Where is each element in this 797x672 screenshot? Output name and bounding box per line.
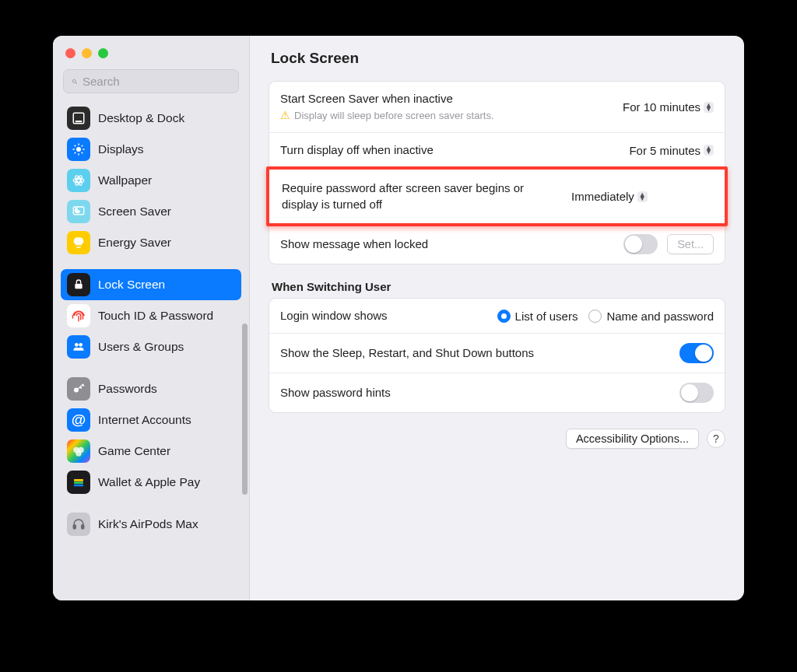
internet-accounts-icon: @	[67, 408, 90, 432]
sidebar-item-wallet-apple-pay[interactable]: Wallet & Apple Pay	[61, 467, 241, 498]
search-icon	[72, 75, 78, 88]
stepper-arrows-icon: ▲▼	[637, 191, 648, 202]
sidebar-item-label: Desktop & Dock	[98, 111, 235, 125]
wallet-icon	[67, 471, 90, 494]
login-window-radio-group: List of users Name and password	[410, 310, 714, 323]
require-password-delay-popup[interactable]: Immediately ▲▼	[571, 190, 648, 203]
lock-screen-settings-card: Start Screen Saver when inactive ⚠ Displ…	[269, 81, 725, 264]
sidebar-item-screen-saver[interactable]: Screen Saver	[61, 196, 241, 227]
set-message-button[interactable]: Set...	[667, 234, 714, 254]
warning-icon: ⚠	[280, 108, 290, 123]
setting-label: Start Screen Saver when inactive	[280, 91, 613, 107]
sidebar-item-label: Users & Groups	[98, 340, 235, 354]
close-window-button[interactable]	[65, 48, 75, 58]
setting-label: Require password after screen saver begi…	[282, 180, 562, 212]
row-login-window-shows: Login window shows List of users Name an…	[269, 299, 725, 334]
screensaver-duration-popup[interactable]: For 10 minutes ▲▼	[623, 100, 714, 114]
sidebar-item-touch-id[interactable]: Touch ID & Password	[61, 300, 241, 331]
page-title: Lock Screen	[269, 50, 725, 67]
setting-label: Show the Sleep, Restart, and Shut Down b…	[280, 345, 670, 361]
svg-point-21	[74, 388, 79, 393]
sidebar-item-airpods-max[interactable]: Kirk's AirPods Max	[61, 509, 241, 540]
svg-rect-25	[74, 479, 83, 481]
users-groups-icon	[67, 335, 90, 359]
lock-screen-icon	[67, 273, 90, 296]
row-screensaver-inactive: Start Screen Saver when inactive ⚠ Displ…	[269, 82, 725, 133]
row-require-password: Require password after screen saver begi…	[269, 170, 725, 223]
show-message-toggle[interactable]	[623, 234, 658, 254]
setting-label: Turn display off when inactive	[280, 142, 620, 158]
search-field[interactable]	[63, 69, 239, 93]
sidebar-item-displays[interactable]: Displays	[61, 134, 241, 165]
svg-line-1	[75, 82, 77, 84]
sidebar-item-desktop-dock[interactable]: Desktop & Dock	[61, 103, 241, 134]
switching-user-card: Login window shows List of users Name an…	[269, 298, 725, 413]
radio-list-of-users[interactable]: List of users	[497, 310, 578, 323]
sidebar-item-label: Lock Screen	[98, 278, 235, 292]
sidebar-item-wallpaper[interactable]: Wallpaper	[61, 165, 241, 196]
svg-point-4	[76, 147, 81, 152]
show-power-buttons-toggle[interactable]	[679, 343, 714, 363]
help-button[interactable]: ?	[707, 429, 725, 448]
svg-point-13	[77, 179, 81, 183]
touch-id-icon	[67, 304, 90, 327]
passwords-icon	[67, 377, 90, 401]
displays-icon	[67, 138, 90, 161]
sidebar-item-label: Wallet & Apple Pay	[98, 475, 235, 489]
setting-label: Show message when locked	[280, 236, 614, 252]
svg-line-10	[82, 152, 83, 154]
radio-indicator-icon	[588, 310, 602, 323]
sidebar-item-energy-saver[interactable]: Energy Saver	[61, 227, 241, 258]
wallpaper-icon	[67, 169, 90, 192]
sidebar-item-passwords[interactable]: Passwords	[61, 373, 241, 404]
sidebar-item-label: Displays	[98, 142, 235, 156]
stepper-arrows-icon: ▲▼	[704, 102, 714, 113]
radio-name-password[interactable]: Name and password	[588, 310, 714, 323]
row-show-password-hints: Show password hints	[269, 373, 725, 412]
accessibility-options-button[interactable]: Accessibility Options...	[566, 429, 699, 449]
sidebar-item-label: Internet Accounts	[98, 413, 235, 427]
sidebar-nav: Desktop & Dock Displays Wallpaper	[61, 103, 241, 593]
setting-label: Show password hints	[280, 385, 670, 401]
show-password-hints-toggle[interactable]	[679, 383, 714, 403]
svg-line-9	[75, 145, 76, 147]
svg-rect-28	[73, 525, 75, 529]
system-settings-window: Desktop & Dock Displays Wallpaper	[53, 36, 744, 600]
svg-rect-26	[74, 481, 83, 484]
svg-line-12	[82, 145, 83, 147]
minimize-window-button[interactable]	[82, 48, 92, 58]
energy-saver-icon	[67, 231, 90, 254]
zoom-window-button[interactable]	[98, 48, 108, 58]
sidebar-item-label: Screen Saver	[98, 205, 235, 219]
sidebar-scrollbar[interactable]	[242, 324, 248, 495]
svg-point-0	[72, 79, 75, 82]
sidebar-item-label: Passwords	[98, 382, 235, 396]
sidebar: Desktop & Dock Displays Wallpaper	[53, 36, 250, 600]
svg-rect-3	[75, 121, 83, 122]
search-input[interactable]	[83, 75, 230, 88]
display-off-duration-popup[interactable]: For 5 minutes ▲▼	[629, 144, 714, 157]
sidebar-item-label: Wallpaper	[98, 173, 235, 187]
radio-indicator-icon	[497, 310, 511, 323]
row-show-power-buttons: Show the Sleep, Restart, and Shut Down b…	[269, 334, 725, 373]
footer-actions: Accessibility Options... ?	[269, 429, 725, 449]
svg-point-20	[79, 343, 83, 347]
sidebar-item-label: Energy Saver	[98, 236, 235, 250]
highlighted-setting: Require password after screen saver begi…	[266, 166, 728, 226]
setting-warning: ⚠ Display will sleep before screen saver…	[280, 108, 613, 123]
row-show-message: Show message when locked Set...	[269, 225, 725, 264]
desktop-dock-icon	[67, 107, 90, 130]
screen-saver-icon	[67, 200, 90, 223]
sidebar-item-label: Kirk's AirPods Max	[98, 517, 235, 531]
row-display-off: Turn display off when inactive For 5 min…	[269, 133, 725, 168]
sidebar-item-lock-screen[interactable]: Lock Screen	[61, 269, 241, 300]
sidebar-item-game-center[interactable]: Game Center	[61, 436, 241, 467]
sidebar-item-label: Game Center	[98, 444, 235, 458]
window-controls	[65, 48, 241, 58]
svg-line-11	[75, 152, 76, 154]
sidebar-item-label: Touch ID & Password	[98, 309, 235, 323]
section-header-switching-user: When Switching User	[272, 280, 725, 293]
content-pane: Lock Screen Start Screen Saver when inac…	[250, 36, 744, 600]
sidebar-item-users-groups[interactable]: Users & Groups	[61, 331, 241, 362]
sidebar-item-internet-accounts[interactable]: @ Internet Accounts	[61, 404, 241, 436]
